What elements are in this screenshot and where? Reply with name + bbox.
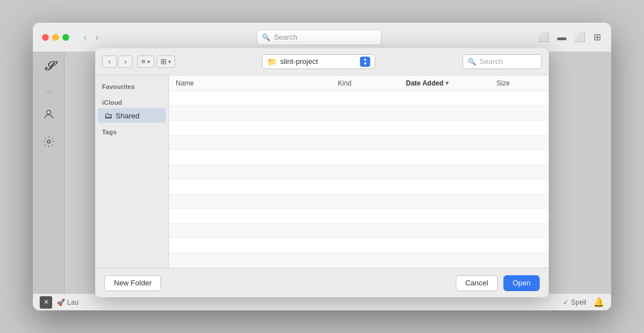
dialog-back-button[interactable]: ‹	[102, 56, 117, 68]
dialog-toolbar: ‹ › ≡ ▾ ⊞ ▾	[95, 48, 549, 75]
panel-left-button[interactable]: ⬜	[537, 31, 550, 44]
dialog-location: 📁 slint-project ▲ ▼	[180, 54, 458, 69]
file-row	[169, 150, 549, 165]
bell-icon[interactable]: 🔔	[593, 297, 604, 308]
search-bar[interactable]: 🔍 Search	[257, 29, 382, 45]
dialog-footer: New Folder Cancel Open	[95, 268, 549, 297]
cancel-button[interactable]: Cancel	[456, 275, 498, 291]
dialog-search-icon: 🔍	[468, 58, 476, 66]
col-header-size: Size	[497, 79, 542, 87]
bottom-bar-icon: ✕	[40, 296, 52, 309]
traffic-lights	[42, 34, 69, 41]
column-headers: Name Kind Date Added ▾ Size	[169, 75, 549, 91]
col-header-name: Name	[176, 79, 338, 87]
grid-view-button[interactable]: ⊞ ▾	[156, 56, 175, 68]
title-bar-nav: ‹ ›	[80, 32, 101, 43]
footer-right: Cancel Open	[456, 275, 540, 291]
spell-check: ✓ Spell	[563, 298, 586, 306]
dialog-body: Favourites iCloud 🗂 Shared Tags Name	[95, 75, 549, 268]
file-rows	[169, 91, 549, 268]
folder-icon: 📁	[267, 57, 277, 66]
maximize-button[interactable]	[62, 34, 69, 41]
panel-center-button[interactable]: ▬	[556, 31, 567, 44]
search-bar-container: 🔍 Search	[106, 29, 532, 45]
file-row	[169, 180, 549, 194]
dialog-search-bar[interactable]: 🔍 Search	[463, 54, 542, 69]
dialog-nav-buttons: ‹ ›	[102, 56, 133, 68]
dialog-forward-button[interactable]: ›	[118, 56, 133, 68]
icloud-header: iCloud	[95, 97, 168, 108]
file-row	[169, 106, 549, 121]
new-folder-button[interactable]: New Folder	[104, 275, 161, 291]
check-mark-icon: ✓	[563, 298, 569, 306]
file-row	[169, 209, 549, 224]
favourites-header: Favourites	[95, 81, 168, 92]
grid-view-icon: ⊞	[160, 57, 167, 66]
file-row	[169, 121, 549, 135]
sidebar-item-shared[interactable]: 🗂 Shared	[98, 108, 166, 123]
dialog-overlay: ‹ › ≡ ▾ ⊞ ▾	[33, 52, 611, 293]
file-row	[169, 165, 549, 180]
location-bar[interactable]: 📁 slint-project ▲ ▼	[262, 54, 375, 69]
search-icon: 🔍	[262, 33, 270, 41]
list-view-icon: ≡	[141, 57, 146, 66]
shared-label: Shared	[116, 112, 139, 120]
file-row	[169, 91, 549, 106]
file-row	[169, 135, 549, 150]
back-button[interactable]: ‹	[80, 32, 90, 43]
grid-button[interactable]: ⊞	[592, 31, 602, 44]
dialog-view-buttons: ≡ ▾ ⊞ ▾	[137, 56, 175, 68]
open-button[interactable]: Open	[503, 275, 540, 291]
close-button[interactable]	[42, 34, 49, 41]
forward-button[interactable]: ›	[92, 32, 102, 43]
footer-left: New Folder	[104, 275, 161, 291]
file-row	[169, 224, 549, 238]
file-row	[169, 194, 549, 209]
launch-text: 🚀 Lau	[57, 298, 78, 306]
app-window: ‹ › 🔍 Search ⬜ ▬ ⬜ ⊞ 𝒮 ···	[33, 23, 611, 310]
shared-icon: 🗂	[104, 111, 112, 120]
x-icon: ✕	[44, 298, 49, 306]
dialog-main: Name Kind Date Added ▾ Size	[169, 75, 549, 268]
title-bar-actions: ⬜ ▬ ⬜ ⊞	[537, 31, 602, 44]
col-header-date: Date Added ▾	[406, 79, 497, 87]
file-row	[169, 238, 549, 253]
spell-label: Spell	[571, 298, 586, 306]
list-view-button[interactable]: ≡ ▾	[137, 56, 154, 68]
grid-view-chevron: ▾	[168, 59, 171, 65]
bottom-bar-right: ✓ Spell 🔔	[563, 297, 604, 308]
location-text: slint-project	[280, 57, 357, 66]
file-dialog: ‹ › ≡ ▾ ⊞ ▾	[95, 48, 549, 297]
file-row	[169, 253, 549, 268]
minimize-button[interactable]	[52, 34, 59, 41]
col-header-kind: Kind	[338, 79, 406, 87]
list-view-chevron: ▾	[147, 59, 150, 65]
panel-right-button[interactable]: ⬜	[573, 31, 587, 44]
sort-desc-icon: ▾	[446, 80, 448, 86]
stepper-icon: ▲ ▼	[363, 57, 367, 66]
tags-header: Tags	[95, 123, 168, 138]
dialog-sidebar: Favourites iCloud 🗂 Shared Tags	[95, 75, 169, 268]
location-stepper[interactable]: ▲ ▼	[360, 57, 370, 67]
search-bar-label: Search	[274, 33, 297, 41]
app-body: 𝒮 ···	[33, 52, 611, 293]
dialog-search-placeholder: Search	[480, 57, 503, 66]
